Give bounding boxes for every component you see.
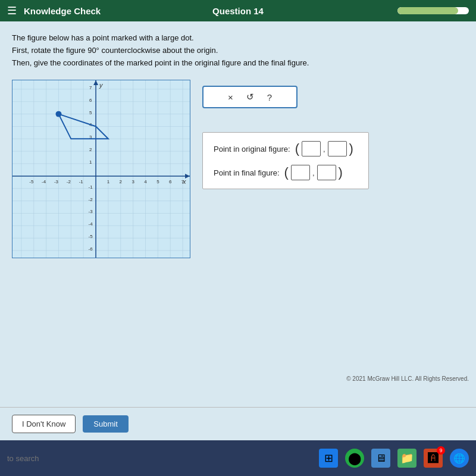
svg-text:-5: -5 [89, 234, 93, 240]
symbol-x-button[interactable]: × [228, 92, 233, 102]
svg-text:5: 5 [156, 179, 159, 184]
final-y-input[interactable] [317, 165, 336, 180]
copyright: © 2021 McGraw Hill LLC. All Rights Reser… [346, 375, 469, 382]
svg-text:4: 4 [144, 179, 147, 184]
comma-1: , [323, 145, 325, 154]
taskbar-badge-count: 9 [437, 446, 445, 455]
svg-text:-5: -5 [29, 179, 34, 184]
dont-know-button[interactable]: I Don't Know [12, 415, 76, 433]
app-title: Knowledge Check [24, 6, 101, 16]
question-label: Question 14 [212, 6, 264, 16]
svg-text:3: 3 [131, 179, 134, 184]
taskbar-icon-folder[interactable]: 📁 [397, 449, 416, 468]
taskbar-icon-app-badge: 🅰 9 [424, 449, 443, 468]
svg-text:6: 6 [89, 98, 92, 103]
menu-icon[interactable]: ☰ [7, 4, 17, 17]
final-figure-label: Point in final figure: [214, 168, 280, 177]
taskbar: ⊞ ⬤ 🖥 📁 🅰 9 🌐 [0, 440, 476, 476]
open-paren-1: ( [295, 142, 299, 155]
right-panel: × ↺ ? Point in original figure: ( , ) [202, 80, 464, 189]
taskbar-icon-chrome[interactable]: ⬤ [345, 449, 364, 468]
svg-text:5: 5 [89, 110, 92, 115]
taskbar-icon-grid[interactable]: ⊞ [319, 449, 338, 468]
original-figure-label: Point in original figure: [214, 145, 290, 154]
symbol-help-button[interactable]: ? [267, 92, 272, 102]
symbol-rotate-button[interactable]: ↺ [246, 92, 254, 102]
svg-text:7: 7 [181, 179, 184, 184]
svg-text:7: 7 [89, 85, 92, 90]
main-content: The figure below has a point marked with… [0, 21, 476, 419]
comma-2: , [312, 168, 315, 177]
content-row: y x -1 -2 -3 -4 -5 1 2 3 4 5 6 7 [12, 80, 464, 258]
svg-text:-6: -6 [89, 246, 93, 252]
bottom-bar: I Don't Know Submit [0, 407, 476, 440]
close-paren-2: ) [339, 166, 343, 179]
progress-bar-container [397, 7, 469, 14]
taskbar-icon-edge[interactable]: 🌐 [450, 449, 469, 468]
svg-text:-4: -4 [89, 222, 93, 227]
svg-text:2: 2 [89, 148, 92, 153]
svg-text:-2: -2 [67, 179, 71, 184]
original-y-input[interactable] [328, 141, 347, 156]
final-coord-inputs: ( , ) [284, 165, 343, 180]
original-figure-row: Point in original figure: ( , ) [214, 141, 358, 156]
svg-text:-4: -4 [42, 179, 46, 184]
question-text: The figure below has a point marked with… [12, 32, 464, 69]
final-x-input[interactable] [291, 165, 310, 180]
svg-text:y: y [99, 82, 103, 89]
svg-text:-3: -3 [89, 209, 93, 215]
graph-container: y x -1 -2 -3 -4 -5 1 2 3 4 5 6 7 [12, 80, 190, 258]
submit-button[interactable]: Submit [83, 415, 128, 433]
svg-text:2: 2 [120, 179, 123, 184]
svg-text:-1: -1 [89, 184, 93, 190]
svg-text:-3: -3 [54, 179, 59, 184]
symbol-box: × ↺ ? [202, 86, 298, 108]
answer-section: Point in original figure: ( , ) Point in… [202, 132, 369, 189]
taskbar-icon-monitor[interactable]: 🖥 [371, 449, 390, 468]
taskbar-search-input[interactable] [7, 454, 314, 463]
svg-text:1: 1 [107, 179, 110, 184]
svg-point-61 [56, 111, 62, 117]
progress-bar-fill [397, 7, 458, 14]
question-line1: The figure below has a point marked with… [12, 32, 464, 45]
taskbar-icons: ⊞ ⬤ 🖥 📁 🅰 9 🌐 [319, 449, 469, 468]
original-coord-inputs: ( , ) [295, 141, 353, 156]
svg-text:-1: -1 [79, 179, 84, 184]
open-paren-2: ( [284, 166, 289, 179]
final-figure-row: Point in final figure: ( , ) [214, 165, 358, 180]
svg-text:1: 1 [89, 159, 92, 165]
question-line2: First, rotate the figure 90° countercloc… [12, 45, 464, 57]
close-paren-1: ) [349, 142, 353, 155]
progress-bar-background [397, 7, 469, 14]
original-x-input[interactable] [302, 141, 321, 156]
question-line3: Then, give the coordinates of the marked… [12, 57, 464, 70]
coordinate-graph: y x -1 -2 -3 -4 -5 1 2 3 4 5 6 7 [12, 80, 190, 258]
svg-text:6: 6 [169, 179, 172, 184]
svg-text:-2: -2 [89, 197, 93, 202]
header: ☰ Knowledge Check Question 14 [0, 0, 476, 21]
svg-rect-0 [12, 80, 190, 258]
